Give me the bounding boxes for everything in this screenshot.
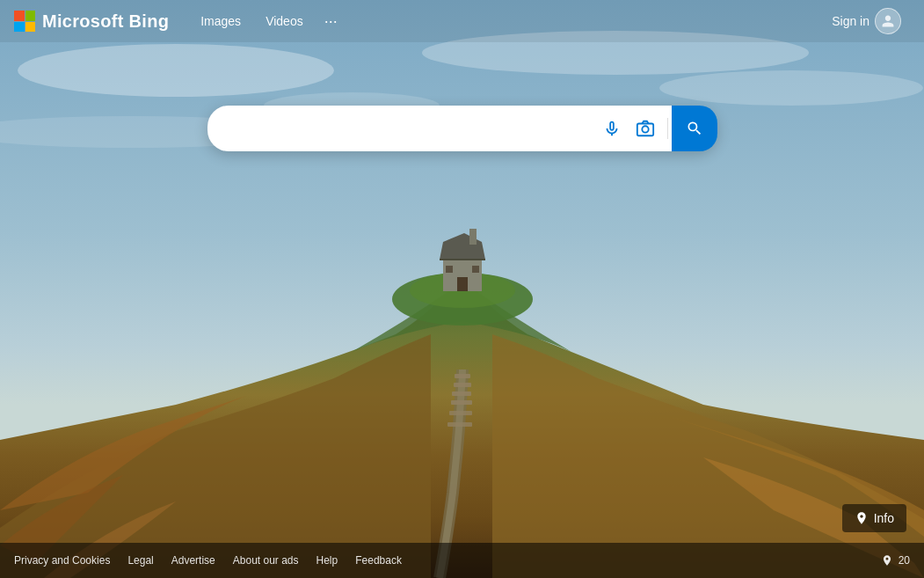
- search-input[interactable]: [225, 120, 597, 138]
- nav-links: Images Videos ···: [190, 9, 345, 34]
- navbar: Microsoft Bing Images Videos ··· Sign in: [0, 0, 924, 42]
- nav-right: Sign in: [823, 3, 910, 40]
- search-divider: [667, 118, 668, 139]
- svg-rect-8: [455, 374, 470, 378]
- svg-rect-10: [452, 391, 471, 396]
- background-svg: [0, 0, 924, 578]
- camera-icon: [636, 119, 655, 138]
- search-icon: [686, 120, 703, 137]
- svg-rect-17: [457, 277, 468, 291]
- avatar: [875, 8, 901, 34]
- footer-feedback[interactable]: Feedback: [355, 554, 402, 567]
- search-button[interactable]: [672, 106, 717, 151]
- microsoft-logo: [14, 11, 35, 32]
- svg-rect-18: [446, 266, 453, 273]
- footer-location: 20: [899, 554, 910, 567]
- visual-search-button[interactable]: [630, 113, 660, 143]
- microphone-icon: [602, 119, 622, 138]
- nav-videos[interactable]: Videos: [255, 9, 314, 33]
- location-pin-icon: [855, 511, 869, 525]
- nav-more-button[interactable]: ···: [317, 9, 345, 34]
- person-icon: [881, 14, 895, 28]
- svg-rect-12: [449, 411, 472, 415]
- logo-link[interactable]: Microsoft Bing: [14, 11, 169, 32]
- svg-point-3: [659, 70, 923, 106]
- svg-rect-11: [451, 400, 472, 405]
- sign-in-label: Sign in: [832, 14, 869, 28]
- svg-point-23: [642, 126, 648, 132]
- svg-rect-20: [469, 229, 477, 245]
- footer: Privacy and Cookies Legal Advertise Abou…: [0, 543, 924, 578]
- brand-name: Microsoft Bing: [42, 11, 169, 32]
- svg-rect-19: [472, 266, 479, 273]
- footer-privacy[interactable]: Privacy and Cookies: [14, 554, 110, 567]
- footer-links: Privacy and Cookies Legal Advertise Abou…: [14, 554, 402, 567]
- info-button[interactable]: Info: [842, 504, 906, 532]
- svg-point-1: [18, 44, 334, 97]
- svg-rect-9: [454, 383, 471, 387]
- nav-images[interactable]: Images: [190, 9, 251, 33]
- search-bar: [207, 106, 717, 151]
- footer-advertise[interactable]: Advertise: [171, 554, 215, 567]
- footer-about-ads[interactable]: About our ads: [233, 554, 299, 567]
- search-container: [207, 106, 717, 151]
- footer-right: 20: [881, 554, 910, 567]
- sign-in-button[interactable]: Sign in: [823, 3, 910, 40]
- footer-help[interactable]: Help: [316, 554, 338, 567]
- microphone-button[interactable]: [597, 113, 627, 143]
- search-action-icons: [597, 113, 672, 143]
- info-label: Info: [874, 511, 894, 525]
- location-footer-icon: [881, 554, 893, 567]
- footer-legal[interactable]: Legal: [127, 554, 153, 567]
- svg-rect-13: [447, 422, 472, 427]
